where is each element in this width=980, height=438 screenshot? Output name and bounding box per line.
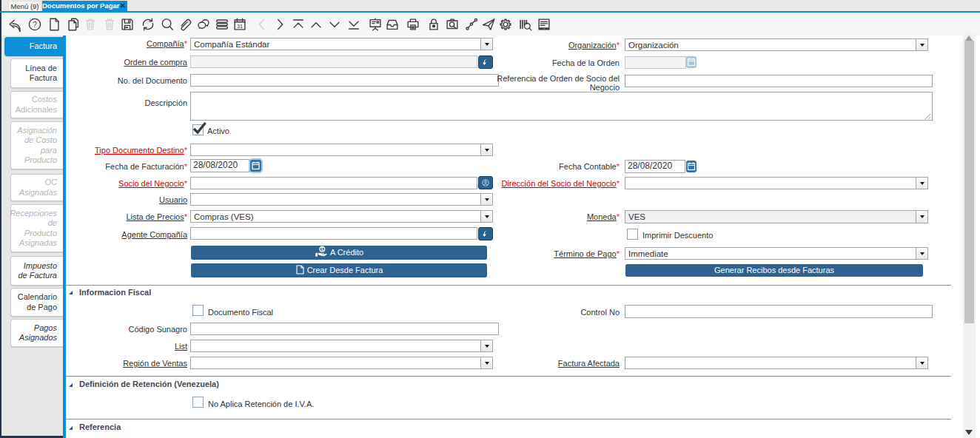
svg-text:31: 31 <box>237 23 243 30</box>
svg-text:?: ? <box>33 21 37 29</box>
svg-text:$: $ <box>320 246 323 252</box>
